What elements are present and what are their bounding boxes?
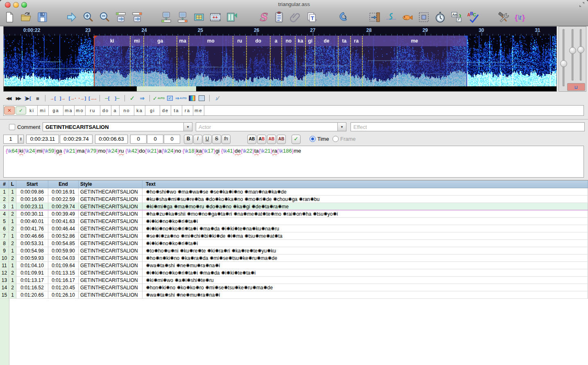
karaoke-split-cell[interactable]: a (111, 106, 120, 115)
subtitle-text-editor[interactable]: {\k64}ki{\k24}mi{\k59}ga {\k21}ma{\k79}m… (3, 146, 584, 178)
time-radio[interactable]: Time (310, 136, 329, 142)
comment-checkbox[interactable] (9, 124, 15, 130)
karaoke-split-cell[interactable]: ta (171, 106, 182, 115)
margin-right-field[interactable]: 0 (147, 135, 163, 144)
selection-end-marker[interactable] (466, 36, 467, 86)
karaoke-split-cell[interactable]: gi (145, 106, 160, 115)
snap-end-to-video-button[interactable] (176, 10, 190, 25)
karaoke-mode-button[interactable]: ♪⁄ (212, 94, 222, 102)
volume-slider[interactable] (580, 29, 582, 81)
automation-button[interactable] (497, 10, 511, 25)
auto-goto-button[interactable]: ✓ (165, 94, 175, 102)
horizontal-zoom-slider[interactable] (563, 29, 565, 86)
select-lines-button[interactable] (368, 10, 382, 25)
subtitle-row-11[interactable]: 1110:01:04.100:01:09.64GETINTHECARITSALI… (0, 262, 588, 269)
underline-button[interactable]: U (203, 135, 212, 144)
lead-out-button[interactable]: ]─ (112, 94, 122, 102)
grid-header-text[interactable]: Text (142, 180, 588, 188)
grid-header-style[interactable]: Style (79, 180, 142, 188)
start-time-field[interactable]: 0:00:23.11 (26, 135, 59, 144)
chevron-down-icon[interactable]: ▼ (183, 123, 192, 131)
karaoke-cancel-button[interactable]: ✕ (4, 106, 15, 115)
subtitle-row-7[interactable]: 710:00:46.660:00:52.86GETINTHECARITSALIO… (0, 232, 588, 240)
subtitle-row-9[interactable]: 910:00:54.980:00:59.90GETINTHECARITSALIO… (0, 247, 588, 255)
bold-button[interactable]: B (184, 135, 193, 144)
outline-color-button[interactable]: AB (267, 135, 276, 144)
karaoke-syllable-divider[interactable] (246, 36, 247, 86)
karaoke-syllable-divider[interactable] (305, 36, 306, 86)
fullscreen-icon[interactable] (579, 2, 585, 7)
spectrum-analyzer-button[interactable] (187, 94, 197, 102)
secondary-color-button[interactable]: AB (257, 135, 266, 144)
shift-to-frame-button[interactable] (225, 10, 239, 25)
karaoke-syllable-divider[interactable] (281, 36, 282, 86)
subtitle-row-1[interactable]: 110:00:09.860:00:16.91GETINTHECARITSALIO… (0, 188, 588, 196)
strikeout-button[interactable]: S (212, 135, 221, 144)
audio-time-ruler[interactable]: 0:00:22232425262728293031 (4, 27, 556, 36)
layer-spinner[interactable]: ▲▼ (18, 135, 24, 144)
grid-header-l[interactable]: L (9, 180, 16, 188)
jump-video-to-start-button[interactable] (114, 10, 128, 25)
jump-to-button[interactable] (65, 10, 79, 25)
title-bar[interactable]: triangular.ass (0, 0, 588, 9)
primary-color-button[interactable]: AB (247, 135, 256, 144)
karaoke-accept-button[interactable]: ✓ (16, 106, 26, 115)
new-file-button[interactable] (2, 10, 16, 25)
properties-button[interactable] (272, 10, 286, 25)
karaoke-split-cell[interactable]: ki (27, 106, 38, 115)
commit-button[interactable]: ✓ (292, 135, 301, 144)
karaoke-syllable-divider[interactable] (130, 36, 131, 86)
karaoke-split-cell[interactable]: de (160, 106, 171, 115)
medusa-timing-button[interactable] (197, 94, 207, 102)
subtitle-row-8[interactable]: 820:00:53.310:00:54.85GETINTHECARITSALIO… (0, 240, 588, 247)
karaoke-syllable-divider[interactable] (362, 36, 363, 86)
audio-display[interactable]: 0:00:22232425262728293031 kimigamamorudo… (3, 26, 557, 92)
play-right-button[interactable]: ▶▶ (13, 94, 23, 102)
karaoke-split-cell[interactable]: ga (49, 106, 63, 115)
layer-field[interactable]: 1 (3, 135, 18, 144)
karaoke-split-cell[interactable]: no (120, 106, 134, 115)
karaoke-syllable-divider[interactable] (233, 36, 233, 86)
duration-field[interactable]: 0:00:06.63 (95, 135, 128, 144)
audio-scrollbar-thumb[interactable] (137, 86, 196, 91)
karaoke-split-cell[interactable]: ra (182, 106, 193, 115)
subtitle-row-6[interactable]: 620:00:41.760:00:46.44GETINTHECARITSALIO… (0, 225, 588, 232)
play-last-500-button[interactable]: ·→] (77, 94, 87, 102)
style-dropdown[interactable]: GETINTHECARITSALION ▼ (43, 122, 192, 131)
grid-header-num[interactable]: # (0, 180, 9, 188)
subtitle-row-5[interactable]: 510:00:40.010:00:41.63GETINTHECARITSALIO… (0, 218, 588, 225)
shift-times-button[interactable] (337, 10, 351, 25)
styles-manager-button[interactable]: S (256, 10, 269, 25)
margin-left-field[interactable]: 0 (130, 135, 147, 144)
auto-play-next-button[interactable]: ⇒AUTO (175, 94, 187, 102)
karaoke-split-cell[interactable]: ka (134, 106, 145, 115)
zoom-in-button[interactable] (81, 10, 95, 25)
lead-in-button[interactable]: ─[ (102, 94, 112, 102)
audio-spectrogram[interactable]: kimigamamorudoanokagidetarame (4, 36, 556, 86)
subtitle-row-12[interactable]: 1220:01:09.910:01:13.15GETINTHECARITSALI… (0, 269, 588, 277)
link-zoom-volume-button[interactable]: ⊔ (567, 83, 585, 91)
commit-button[interactable]: ✓ (127, 94, 137, 102)
subtitle-row-2[interactable]: 220:00:16.900:00:22.59GETINTHECARITSALIO… (0, 196, 588, 203)
margin-vertical-field[interactable]: 0 (164, 135, 180, 144)
vertical-zoom-slider[interactable] (572, 29, 574, 81)
styling-assistant-button[interactable]: {\t} (513, 10, 527, 25)
select-visible-button[interactable] (192, 10, 206, 25)
play-500-after-button[interactable]: ]→ (58, 94, 68, 102)
spell-checker-button[interactable]: ABC (466, 10, 480, 25)
font-button[interactable]: fn (222, 135, 231, 144)
frame-radio[interactable]: Frame (332, 136, 356, 142)
karaoke-split-cell[interactable]: ru (86, 106, 100, 115)
subtitle-row-14[interactable]: 1420:01:16.520:01:20.45GETINTHECARITSALI… (0, 284, 588, 291)
grid-header-end[interactable]: End (48, 180, 79, 188)
karaoke-syllable-divider[interactable] (270, 36, 271, 86)
subtitle-row-13[interactable]: 1310:01:13.170:01:16.17GETINTHECARITSALI… (0, 277, 588, 284)
timing-clock-button[interactable] (433, 10, 447, 25)
karaoke-syllable-divider[interactable] (176, 36, 177, 86)
subtitle-row-10[interactable]: 1020:00:59.930:01:04.03GETINTHECARITSALI… (0, 255, 588, 262)
end-time-field[interactable]: 0:00:29.74 (60, 135, 93, 144)
karaoke-syllable-divider[interactable] (338, 36, 339, 86)
shadow-color-button[interactable]: AB (277, 135, 286, 144)
audio-scrollbar[interactable] (4, 86, 556, 91)
auto-commit-button[interactable]: ✓AUTO (152, 94, 165, 102)
